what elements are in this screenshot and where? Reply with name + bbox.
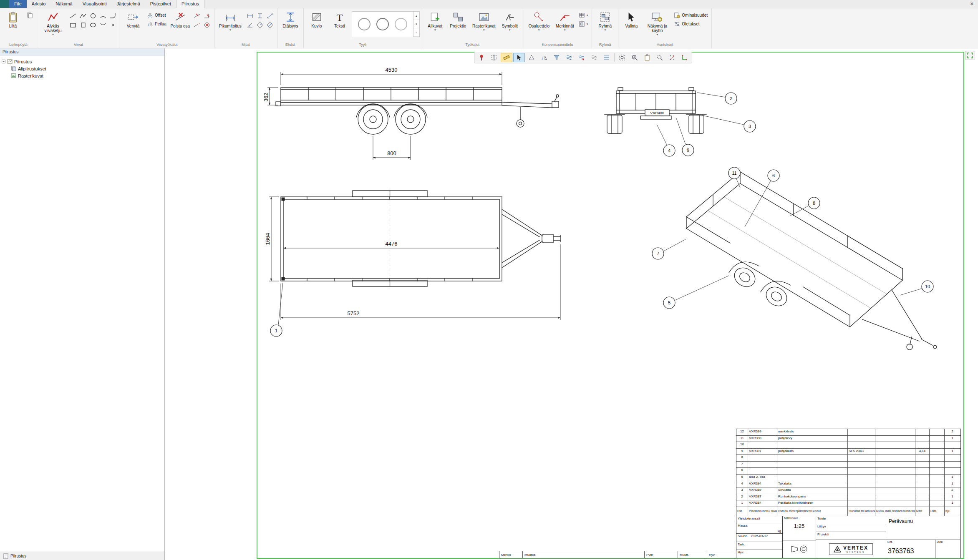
fit-view-icon[interactable] <box>965 51 975 60</box>
part-notes <box>930 487 945 494</box>
tab-pistepilvet[interactable]: Pistepilvet <box>145 0 176 8</box>
drawing-canvas[interactable]: 4530 362 800 1664 <box>165 48 978 560</box>
hatch-button[interactable]: Kuvio <box>306 10 328 29</box>
table-button[interactable]: ▾ <box>577 11 590 19</box>
tab-visualisointi[interactable]: Visualisointi <box>78 0 112 8</box>
quick-dimension-button[interactable]: Pikamitoitus ▾ <box>217 10 244 32</box>
layers-blue-icon[interactable] <box>563 53 575 62</box>
title-info: Yleistoleranssit Massakg Suunn.2025-03-1… <box>736 516 960 558</box>
clipboard-icon[interactable] <box>641 53 653 62</box>
gallery-down-icon[interactable]: ▾ <box>413 20 419 28</box>
style-preview-2[interactable] <box>376 18 389 30</box>
filter-icon[interactable] <box>551 53 562 62</box>
distance-constraint-button[interactable]: Etäisyys <box>280 10 301 29</box>
tab-piirustus[interactable]: Piirustus <box>176 0 204 8</box>
part-list-button[interactable]: Osaluettelo ▾ <box>525 10 553 32</box>
dim-horizontal-icon[interactable] <box>245 11 255 20</box>
tree-root-piirustus[interactable]: − Piirustus <box>2 58 164 65</box>
mirror-icon[interactable] <box>538 53 550 62</box>
isometric-view: 11 6 8 7 5 10 <box>652 167 937 350</box>
lines-blue-icon[interactable] <box>601 53 613 62</box>
raster-images-button[interactable]: Rasterikuvat ▾ <box>470 10 498 32</box>
balloon-11[interactable]: 11 <box>728 167 740 188</box>
offset-button[interactable]: Offset <box>145 11 168 19</box>
tab-jarjestelma[interactable]: Järjestelmä <box>112 0 145 8</box>
subdrawings-button[interactable]: Alikuvat ▾ <box>424 10 446 32</box>
smart-polyline-button[interactable]: Älykäs viivaketju ▾ <box>39 10 67 37</box>
dim-vertical-icon[interactable] <box>255 11 265 20</box>
stretch-button[interactable]: Venytä <box>122 10 144 29</box>
gallery-more-icon[interactable]: ▿ <box>413 28 419 37</box>
select-arrow-icon[interactable] <box>513 53 525 62</box>
axes-icon[interactable] <box>679 53 691 62</box>
layers-blue2-icon[interactable] <box>576 53 587 62</box>
mirror-button[interactable]: Peilaa <box>145 20 168 28</box>
ellipse-tool-icon[interactable] <box>88 20 98 29</box>
balloon-3[interactable]: 3 <box>697 114 756 132</box>
part-code <box>748 462 777 468</box>
frame-button[interactable]: ▾ <box>577 20 590 28</box>
rectangle-tool-icon[interactable] <box>68 20 78 29</box>
measure-icon[interactable] <box>501 53 512 62</box>
gallery-up-icon[interactable]: ▴ <box>413 12 419 20</box>
dim-radius-icon[interactable] <box>255 20 265 29</box>
selection-button[interactable]: Valinta <box>620 10 642 29</box>
app-icon[interactable] <box>0 0 9 8</box>
circle-tool-icon[interactable] <box>88 11 98 20</box>
balloon-8[interactable]: 8 <box>790 197 820 216</box>
triangle-icon[interactable] <box>526 53 537 62</box>
collapse-icon[interactable]: − <box>2 60 5 63</box>
tree-item-alipiirustukset[interactable]: Alipiirustukset <box>2 65 164 72</box>
square-tool-icon[interactable] <box>78 20 88 29</box>
defaults-button[interactable]: Oletukset <box>672 20 709 28</box>
balloon-5[interactable]: 5 <box>663 276 729 309</box>
view-and-use-button[interactable]: Näkymä ja käyttö ▾ <box>643 10 671 37</box>
arc3-tool-icon[interactable] <box>98 20 108 29</box>
balloon-1[interactable]: 1 <box>270 283 283 337</box>
extend-tool-icon[interactable] <box>192 20 202 29</box>
dim-diameter-icon[interactable] <box>265 20 275 29</box>
symbols-button[interactable]: Symbolit ▾ <box>499 10 521 32</box>
style-preview-3[interactable] <box>395 18 407 30</box>
group-button[interactable]: Ryhmä ▾ <box>594 10 616 32</box>
annotations-button[interactable]: Merkinnät ▾ <box>554 10 576 32</box>
layers-gray-icon[interactable] <box>588 53 600 62</box>
break-tool-icon[interactable] <box>192 11 202 20</box>
zoom-in-icon[interactable] <box>629 53 640 62</box>
tab-nakyma[interactable]: Näkymä <box>50 0 77 8</box>
balloon-7[interactable]: 7 <box>652 239 686 259</box>
tree-item-rasterikuvat[interactable]: Rasterikuvat <box>2 72 164 79</box>
style-preview-1[interactable] <box>358 18 371 30</box>
text-button[interactable]: T Teksti <box>329 10 350 29</box>
trim-button[interactable]: Poista osa <box>169 10 191 29</box>
arc-tool-icon[interactable] <box>98 11 108 20</box>
zoom-window-icon[interactable] <box>616 53 628 62</box>
balloon-4[interactable]: 4 <box>657 125 675 156</box>
projection-button[interactable]: Projektio <box>447 10 469 29</box>
trim-corner-icon[interactable] <box>202 11 212 20</box>
delete-segment-icon[interactable] <box>202 20 212 29</box>
style-gallery[interactable]: ▴ ▾ ▿ <box>352 11 420 37</box>
properties-button[interactable]: Ominaisuudet <box>672 11 709 19</box>
polyline-tool-icon[interactable] <box>78 11 88 20</box>
select-text-icon[interactable] <box>488 53 500 62</box>
dim-aligned-icon[interactable] <box>265 11 275 20</box>
fillet-tool-icon[interactable] <box>108 11 118 20</box>
close-icon[interactable]: ✕ <box>966 0 978 8</box>
pin-icon[interactable] <box>476 53 487 62</box>
balloon-9[interactable]: 9 <box>676 118 694 156</box>
paste-button[interactable]: Liitä <box>2 10 24 29</box>
chevron-down-icon: ▾ <box>538 28 540 31</box>
balloon-2[interactable]: 2 <box>697 93 737 104</box>
tab-file[interactable]: File <box>9 0 27 8</box>
line-tool-icon[interactable] <box>68 11 78 20</box>
copy-button[interactable] <box>25 11 35 19</box>
tab-arkisto[interactable]: Arkisto <box>27 0 51 8</box>
dim-angle-icon[interactable] <box>245 20 255 29</box>
point-tool-icon[interactable] <box>108 20 118 29</box>
grid-point-icon[interactable] <box>666 53 678 62</box>
part-dims <box>915 455 930 461</box>
zoom-region-icon[interactable] <box>654 53 665 62</box>
balloon-6[interactable]: 6 <box>745 170 779 227</box>
balloon-10[interactable]: 10 <box>900 281 933 295</box>
